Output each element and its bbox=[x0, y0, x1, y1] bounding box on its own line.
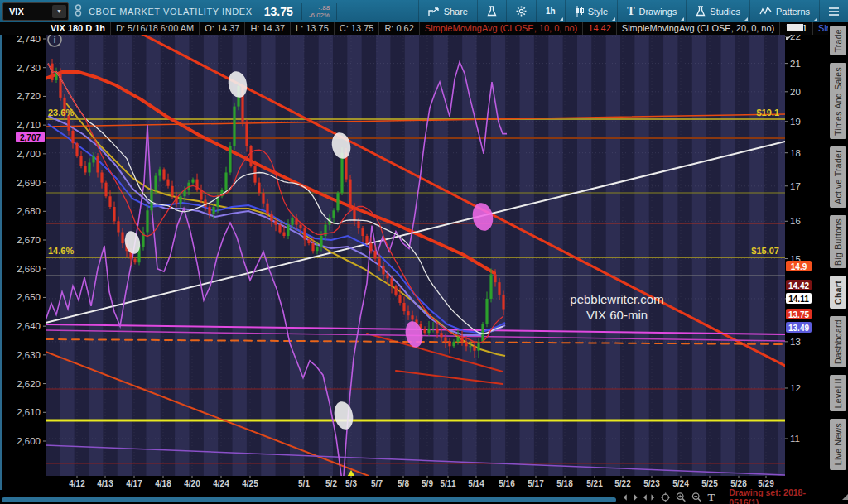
patterns-button[interactable]: Patterns bbox=[749, 0, 819, 22]
svg-text:14.9: 14.9 bbox=[791, 262, 807, 271]
session-stripe bbox=[491, 35, 505, 476]
pan-right-icon[interactable] bbox=[634, 494, 638, 501]
bar-low: L: 13.75 bbox=[291, 22, 335, 35]
svg-text:2,707: 2,707 bbox=[20, 133, 41, 142]
left-axis-tick: 2,630 bbox=[17, 350, 41, 360]
price-level-label: $19.1 bbox=[756, 108, 779, 118]
right-axis-tick: 18 bbox=[790, 148, 801, 158]
date-axis-tick: 4/12 bbox=[69, 479, 85, 488]
timeframe-button[interactable]: 1h bbox=[536, 0, 565, 22]
tab-dashboard[interactable]: Dashboard bbox=[830, 316, 846, 367]
price-level-label: $15.07 bbox=[751, 246, 779, 256]
right-axis-tick: 21 bbox=[790, 59, 801, 69]
change-percent: -6.02% bbox=[309, 12, 330, 19]
bar-high: H: 14.37 bbox=[245, 22, 291, 35]
symbol-dropdown[interactable]: VIX ▼ bbox=[2, 2, 69, 21]
left-axis-tick: 2,700 bbox=[17, 149, 41, 159]
drawings-label: Drawings bbox=[638, 7, 677, 17]
gear-icon bbox=[516, 6, 527, 17]
symbol-description: CBOE MARKET VOLATILITY INDEX bbox=[89, 7, 253, 17]
chevron-down-icon[interactable]: ▼ bbox=[52, 5, 66, 18]
date-axis-tick: 5/8 bbox=[398, 479, 409, 488]
right-axis-tick: 20 bbox=[790, 87, 801, 97]
left-axis-tick: 2,610 bbox=[17, 407, 41, 417]
hamburger-icon bbox=[829, 7, 839, 16]
left-axis-tick: 2,660 bbox=[17, 264, 41, 274]
settings-gear-button[interactable] bbox=[506, 0, 536, 22]
chart-header: VIX 180 D 1h D: 5/16/18 6:00 AM O: 14.37… bbox=[0, 22, 828, 35]
left-axis-tick: 2,640 bbox=[17, 321, 41, 331]
session-stripe bbox=[548, 35, 562, 476]
header-mini-button[interactable] bbox=[787, 24, 803, 31]
date-axis-tick: 5/1 bbox=[298, 479, 310, 488]
bar-range: R: 0.62 bbox=[379, 22, 419, 35]
expand-horizontal-icon[interactable] bbox=[643, 494, 654, 501]
drawings-button[interactable]: T Drawings bbox=[617, 0, 686, 22]
date-axis-tick: 5/21 bbox=[586, 479, 603, 488]
svg-text:i: i bbox=[53, 35, 55, 45]
zoom-out-icon[interactable] bbox=[691, 492, 701, 502]
candle-style-icon bbox=[575, 6, 584, 17]
tab-times-and-sales[interactable]: Times And Sales bbox=[830, 63, 846, 139]
chart-status-bar: T Drawing set: 2018-0516(1) bbox=[0, 490, 848, 504]
share-label: Share bbox=[444, 7, 468, 17]
flask-icon bbox=[487, 6, 497, 17]
left-axis-tick: 2,690 bbox=[17, 178, 41, 188]
bar-datetime: D: 5/16/18 6:00 AM bbox=[111, 22, 200, 35]
time-axis-scrollbar[interactable] bbox=[2, 497, 616, 502]
crosshair-target-icon[interactable] bbox=[661, 492, 670, 502]
text-tool-icon[interactable]: T bbox=[707, 491, 715, 504]
price-chart-canvas[interactable]: 23.6%$19.114.6%$15.07pebblewriter.comVIX… bbox=[0, 0, 848, 504]
tab-live-news[interactable]: Live News bbox=[830, 419, 846, 470]
analysis-flask-button[interactable] bbox=[477, 0, 506, 22]
date-axis-tick: 5/11 bbox=[441, 479, 456, 488]
date-axis-tick: 4/24 bbox=[213, 479, 229, 488]
resize-grip-icon[interactable] bbox=[842, 494, 848, 500]
pan-left-icon[interactable] bbox=[623, 494, 628, 501]
tab-active-trader[interactable]: Active Trader bbox=[830, 146, 846, 208]
style-button[interactable]: Style bbox=[565, 0, 617, 22]
tab-chart[interactable]: Chart bbox=[830, 276, 846, 309]
session-stripe bbox=[663, 35, 677, 476]
session-stripe bbox=[89, 35, 103, 476]
tab-trade[interactable]: Trade bbox=[830, 26, 846, 55]
session-stripe bbox=[634, 35, 648, 476]
drawing-set-label[interactable]: Drawing set: 2018-0516(1) bbox=[729, 487, 830, 504]
study-sma10-label[interactable]: SimpleMovingAvg (CLOSE, 10, 0, no) bbox=[420, 22, 583, 35]
plot-area[interactable]: 23.6%$19.114.6%$15.07pebblewriter.comVIX… bbox=[46, 25, 793, 487]
dropdown-corner bbox=[744, 17, 748, 21]
menu-button[interactable] bbox=[819, 0, 848, 22]
svg-text:13.49: 13.49 bbox=[788, 324, 809, 333]
study-sma20-label[interactable]: SimpleMovingAvg (CLOSE, 20, 0, no) bbox=[617, 22, 780, 35]
session-stripe bbox=[204, 35, 218, 476]
session-stripe bbox=[720, 35, 735, 476]
share-icon bbox=[428, 7, 440, 17]
session-stripe bbox=[175, 35, 189, 476]
dropdown-corner bbox=[814, 17, 817, 21]
fib-label: 23.6% bbox=[48, 108, 74, 118]
date-axis-tick: 4/18 bbox=[155, 479, 171, 488]
right-gadget-tabs: Trade Times And Sales Active Trader Big … bbox=[828, 22, 848, 490]
dropdown-corner bbox=[681, 17, 684, 21]
studies-label: Studies bbox=[710, 7, 740, 17]
tab-level-ii[interactable]: Level II bbox=[830, 375, 846, 411]
date-axis-tick: 5/7 bbox=[371, 479, 383, 488]
date-axis-tick: 5/24 bbox=[672, 479, 689, 488]
study-sma10-value: 14.42 bbox=[583, 22, 617, 35]
studies-button[interactable]: Studies bbox=[686, 0, 749, 22]
bar-close: C: 13.75 bbox=[335, 22, 380, 35]
svg-text:14.11: 14.11 bbox=[788, 295, 809, 304]
dropdown-corner bbox=[560, 17, 563, 21]
tab-big-buttons[interactable]: Big Buttons bbox=[830, 215, 846, 268]
share-button[interactable]: Share bbox=[418, 0, 477, 22]
link-chain-icon[interactable] bbox=[75, 4, 82, 18]
zoom-in-icon[interactable] bbox=[676, 492, 686, 502]
left-axis-tick: 2,710 bbox=[17, 120, 41, 130]
left-axis-tick: 2,620 bbox=[17, 379, 41, 389]
date-axis-tick: 5/14 bbox=[468, 479, 484, 488]
session-stripe bbox=[692, 35, 706, 476]
dropdown-corner bbox=[612, 17, 615, 21]
watermark-line2: VIX 60-min bbox=[586, 308, 648, 322]
text-tool-icon: T bbox=[627, 5, 634, 18]
chart-title: VIX 180 D 1h bbox=[46, 22, 111, 35]
